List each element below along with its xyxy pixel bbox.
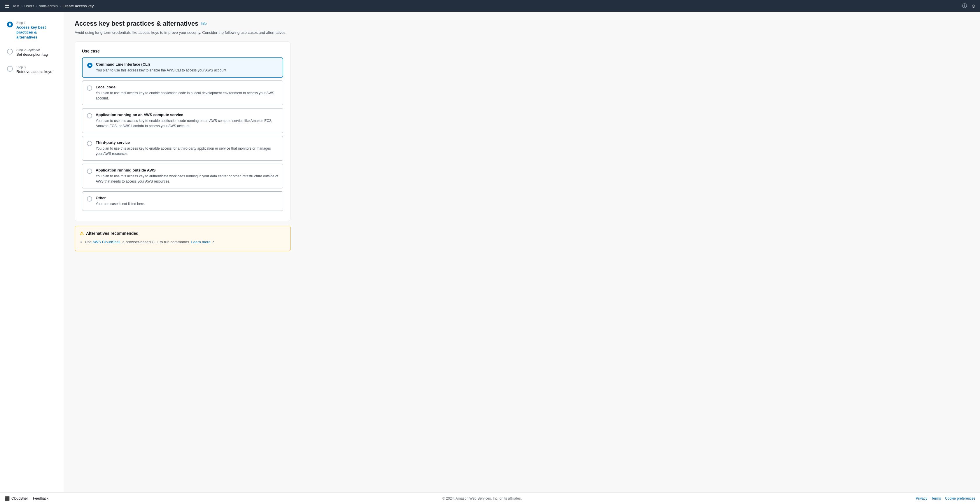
breadcrumb-iam[interactable]: IAM [13, 4, 19, 8]
learn-more-link[interactable]: Learn more [191, 240, 210, 244]
cloudshell-button[interactable]: ⬛ CloudShell [5, 496, 28, 501]
bottom-right: Privacy Terms Cookie preferences [916, 496, 975, 501]
option-other-text: Other Your use case is not listed here. [95, 196, 278, 207]
use-case-container: Use case Command Line Interface (CLI) Yo… [75, 41, 291, 221]
alternatives-title: Alternatives recommended [86, 231, 138, 236]
alternatives-body: Use AWS CloudShell, a browser-based CLI,… [80, 239, 286, 245]
option-outside-aws-title: Application running outside AWS [95, 168, 278, 172]
settings-icon[interactable]: ⊙ [972, 3, 975, 9]
step-3-number: Step 3 [16, 65, 57, 69]
option-cli-title: Command Line Interface (CLI) [96, 62, 278, 67]
stepper-sidebar: Step 1 Access key best practices & alter… [0, 12, 64, 492]
radio-outside-aws [87, 169, 92, 174]
page-title: Access key best practices & alternatives [75, 20, 198, 27]
option-other-desc: Your use case is not listed here. [95, 201, 278, 207]
step-1-label[interactable]: Access key best practices & alternatives [16, 25, 57, 40]
option-local-code[interactable]: Local code You plan to use this access k… [82, 81, 283, 105]
cloudshell-label: CloudShell [11, 496, 28, 501]
breadcrumb-current: Create access key [62, 4, 94, 8]
page-header: Access key best practices & alternatives… [75, 20, 969, 36]
breadcrumb-separator-1: › [21, 4, 22, 8]
page-title-row: Access key best practices & alternatives… [75, 20, 969, 27]
option-outside-aws-text: Application running outside AWS You plan… [95, 168, 278, 184]
option-other[interactable]: Other Your use case is not listed here. [82, 191, 283, 211]
option-outside-aws-desc: You plan to use this access key to authe… [95, 173, 278, 184]
option-compute-service-title: Application running on an AWS compute se… [95, 113, 278, 117]
step-3-item: Step 3 Retrieve access keys [7, 65, 57, 75]
cloudshell-icon: ⬛ [5, 496, 10, 501]
option-local-code-title: Local code [95, 85, 278, 89]
top-bar: ☰ IAM › Users › sam-admin › Create acces… [0, 0, 980, 12]
page-content: Access key best practices & alternatives… [64, 12, 980, 492]
option-third-party-title: Third-party service [95, 140, 278, 145]
alternatives-text-after: , a browser-based CLI, to run commands. [121, 240, 190, 244]
step-3-label[interactable]: Retrieve access keys [16, 69, 57, 75]
step-1-item: Step 1 Access key best practices & alter… [7, 21, 57, 40]
radio-local-code [87, 86, 92, 91]
radio-cli [87, 63, 92, 68]
use-case-label: Use case [82, 49, 283, 53]
step-2-indicator [7, 49, 13, 54]
bottom-left: ⬛ CloudShell Feedback [5, 496, 48, 501]
warning-icon: ⚠ [80, 231, 84, 236]
option-cli-desc: You plan to use this access key to enabl… [96, 68, 278, 73]
external-link-icon: ↗ [212, 240, 215, 244]
feedback-link[interactable]: Feedback [33, 496, 48, 501]
option-cli-text: Command Line Interface (CLI) You plan to… [96, 62, 278, 73]
terms-link[interactable]: Terms [931, 496, 941, 501]
bottom-copyright: © 2024, Amazon Web Services, Inc. or its… [442, 496, 522, 501]
breadcrumb-separator-2: › [36, 4, 37, 8]
option-third-party-text: Third-party service You plan to use this… [95, 140, 278, 156]
alternatives-text-before: Use [85, 240, 92, 244]
option-compute-service[interactable]: Application running on an AWS compute se… [82, 108, 283, 133]
alternatives-box: ⚠ Alternatives recommended Use AWS Cloud… [75, 226, 291, 251]
bottom-bar: ⬛ CloudShell Feedback © 2024, Amazon Web… [0, 492, 980, 504]
breadcrumb-users[interactable]: Users [24, 4, 34, 8]
top-bar-icons: ⓘ ⊙ [962, 3, 975, 9]
option-local-code-desc: You plan to use this access key to enabl… [95, 91, 278, 101]
breadcrumb-sam-admin[interactable]: sam-admin [39, 4, 58, 8]
option-third-party-desc: You plan to use this access key to enabl… [95, 146, 278, 156]
info-button[interactable]: Info [200, 22, 207, 25]
option-compute-service-text: Application running on an AWS compute se… [95, 113, 278, 129]
hamburger-menu-icon[interactable]: ☰ [5, 3, 10, 9]
option-cli[interactable]: Command Line Interface (CLI) You plan to… [82, 57, 283, 78]
privacy-link[interactable]: Privacy [916, 496, 927, 501]
alternatives-item-1: Use AWS CloudShell, a browser-based CLI,… [85, 239, 286, 245]
step-3-indicator [7, 66, 13, 72]
option-third-party[interactable]: Third-party service You plan to use this… [82, 136, 283, 161]
radio-compute-service [87, 113, 92, 118]
page-subtitle: Avoid using long-term credentials like a… [75, 30, 969, 36]
option-local-code-text: Local code You plan to use this access k… [95, 85, 278, 101]
step-1-number: Step 1 [16, 21, 57, 24]
option-other-title: Other [95, 196, 278, 200]
step-2-label[interactable]: Set description tag [16, 52, 57, 57]
breadcrumb-separator-3: › [59, 4, 60, 8]
cloudshell-link[interactable]: AWS CloudShell [92, 240, 121, 244]
step-2-item: Step 2 - optional Set description tag [7, 48, 57, 57]
main-content: Step 1 Access key best practices & alter… [0, 12, 980, 492]
cookie-preferences-link[interactable]: Cookie preferences [945, 496, 975, 501]
step-2-info: Step 2 - optional Set description tag [16, 48, 57, 57]
step-1-indicator [7, 22, 13, 27]
help-icon[interactable]: ⓘ [962, 3, 967, 9]
option-compute-service-desc: You plan to use this access key to enabl… [95, 118, 278, 129]
step-3-info: Step 3 Retrieve access keys [16, 65, 57, 75]
option-outside-aws[interactable]: Application running outside AWS You plan… [82, 164, 283, 188]
breadcrumb: IAM › Users › sam-admin › Create access … [13, 4, 959, 8]
radio-other [87, 196, 92, 202]
step-1-info: Step 1 Access key best practices & alter… [16, 21, 57, 40]
radio-third-party [87, 141, 92, 146]
alternatives-header: ⚠ Alternatives recommended [80, 231, 286, 236]
step-2-number: Step 2 - optional [16, 48, 57, 52]
